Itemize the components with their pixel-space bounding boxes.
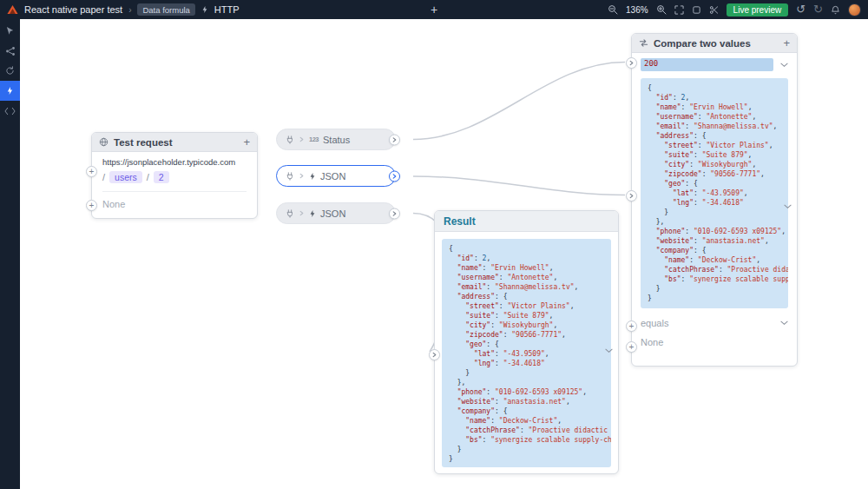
chevron-right-icon xyxy=(299,210,305,216)
path-segment-chip[interactable]: users xyxy=(109,171,142,183)
compare-input-port-b[interactable] xyxy=(626,190,637,202)
compare-title: Compare two values xyxy=(654,38,751,49)
zap-icon xyxy=(201,5,208,14)
compare-value-a-row: 200 xyxy=(641,58,788,71)
test-request-body: https://jsonplaceholder.typicode.com / u… xyxy=(92,152,257,216)
number-type-icon: 123 xyxy=(309,135,319,143)
refresh-icon[interactable] xyxy=(0,61,20,81)
zoom-out-icon[interactable] xyxy=(608,4,618,15)
chevron-right-icon xyxy=(299,173,305,179)
formula-tool-icon[interactable] xyxy=(0,81,20,101)
compare-icon xyxy=(639,38,648,48)
result-node[interactable]: Result { "id": 2, "name": "Ervin Howell"… xyxy=(434,210,619,474)
path-slash: / xyxy=(102,172,105,182)
result-json-code: { "id": 2, "name": "Ervin Howell", "user… xyxy=(442,239,611,467)
compare-input-port-a[interactable] xyxy=(626,57,637,69)
test-request-port-body[interactable]: + xyxy=(86,200,97,211)
compare-value-b-port[interactable]: + xyxy=(626,341,637,353)
formula-zap-icon xyxy=(309,172,316,181)
result-input-port[interactable] xyxy=(429,349,440,360)
compare-node[interactable]: Compare two values + 200 { "id": 2, "nam… xyxy=(631,33,798,367)
chevron-down-icon xyxy=(780,320,788,326)
test-request-add-button[interactable]: + xyxy=(243,136,250,148)
compare-value-a[interactable]: 200 xyxy=(641,58,773,71)
json-output-port[interactable] xyxy=(389,170,400,182)
app-logo-icon[interactable] xyxy=(7,4,18,15)
compare-add-button[interactable]: + xyxy=(783,37,790,49)
edge-json-to-compare xyxy=(413,176,625,195)
chevron-right-icon: › xyxy=(128,5,131,15)
zoom-in-icon[interactable] xyxy=(656,4,667,15)
compare-operator-port[interactable]: + xyxy=(626,320,637,332)
live-preview-button[interactable]: Live preview xyxy=(727,3,789,17)
compare-collapse-chevron-icon[interactable] xyxy=(784,204,792,209)
select-tool-icon[interactable] xyxy=(0,21,20,41)
formula-zap-icon xyxy=(309,209,316,218)
frame-icon[interactable] xyxy=(692,5,701,15)
user-avatar[interactable] xyxy=(848,3,861,17)
json-pill-node[interactable]: JSON xyxy=(276,202,396,224)
result-collapse-chevron-icon[interactable] xyxy=(605,348,613,354)
project-title[interactable]: React native paper test xyxy=(24,4,122,15)
compare-json-code: { "id": 2, "name": "Ervin Howell", "user… xyxy=(641,78,788,308)
zoom-level[interactable]: 136% xyxy=(626,5,648,15)
chevron-down-icon[interactable] xyxy=(780,63,788,68)
test-request-node[interactable]: Test request + https://jsonplaceholder.t… xyxy=(91,132,258,219)
path-slash: / xyxy=(147,172,149,182)
tool-sidebar xyxy=(0,19,20,489)
status-output-port[interactable] xyxy=(389,134,400,145)
add-node-button[interactable]: + xyxy=(431,0,437,19)
flow-nodes-icon[interactable] xyxy=(0,41,20,61)
undo-icon[interactable]: ↺ xyxy=(796,3,806,16)
compare-value-b-row[interactable]: None xyxy=(641,333,788,352)
edge-status-to-compare xyxy=(413,63,625,140)
request-url[interactable]: https://jsonplaceholder.typicode.com xyxy=(102,157,247,167)
json-pill-label: JSON xyxy=(320,208,345,219)
compare-operator-select[interactable]: equals xyxy=(641,314,788,333)
app-window: React native paper test › Data formula H… xyxy=(0,0,868,489)
compare-header: Compare two values + xyxy=(632,34,797,53)
request-body-value[interactable]: None xyxy=(102,191,247,209)
test-request-port-path[interactable]: + xyxy=(86,166,97,177)
test-request-header: Test request + xyxy=(92,133,257,152)
compare-body: 200 { "id": 2, "name": "Ervin Howell", "… xyxy=(632,53,797,360)
chevron-right-icon xyxy=(299,136,305,142)
url-path: / users / 2 xyxy=(102,171,247,183)
compare-value-b: None xyxy=(641,337,663,347)
redo-icon[interactable]: ↻ xyxy=(813,3,823,16)
result-header: Result xyxy=(435,211,618,232)
flow-canvas[interactable]: Test request + https://jsonplaceholder.t… xyxy=(20,19,868,489)
globe-icon xyxy=(99,137,108,147)
json-output-port[interactable] xyxy=(389,208,400,219)
code-view-icon[interactable] xyxy=(0,101,20,121)
notifications-bell-icon[interactable] xyxy=(831,5,840,15)
json-pill-node-selected[interactable]: JSON xyxy=(276,165,396,187)
result-title: Result xyxy=(444,215,476,228)
result-body: { "id": 2, "name": "Ervin Howell", "user… xyxy=(435,232,618,474)
json-pill-label: JSON xyxy=(320,171,345,182)
topbar-actions: 136% Live preview ↺ ↻ xyxy=(608,0,861,19)
status-pill-node[interactable]: 123 Status xyxy=(276,129,396,150)
plug-icon xyxy=(286,135,294,144)
status-pill-label: Status xyxy=(323,135,350,145)
test-request-title: Test request xyxy=(114,137,173,148)
compare-operator: equals xyxy=(641,318,668,328)
context-badge[interactable]: Data formula xyxy=(137,3,194,16)
cut-icon[interactable] xyxy=(709,5,719,15)
fit-view-icon[interactable] xyxy=(674,5,684,15)
plug-icon xyxy=(286,172,294,181)
active-node-label: HTTP xyxy=(214,4,240,15)
path-segment-chip[interactable]: 2 xyxy=(154,171,169,183)
top-bar: React native paper test › Data formula H… xyxy=(0,0,868,19)
plug-icon xyxy=(286,209,294,218)
